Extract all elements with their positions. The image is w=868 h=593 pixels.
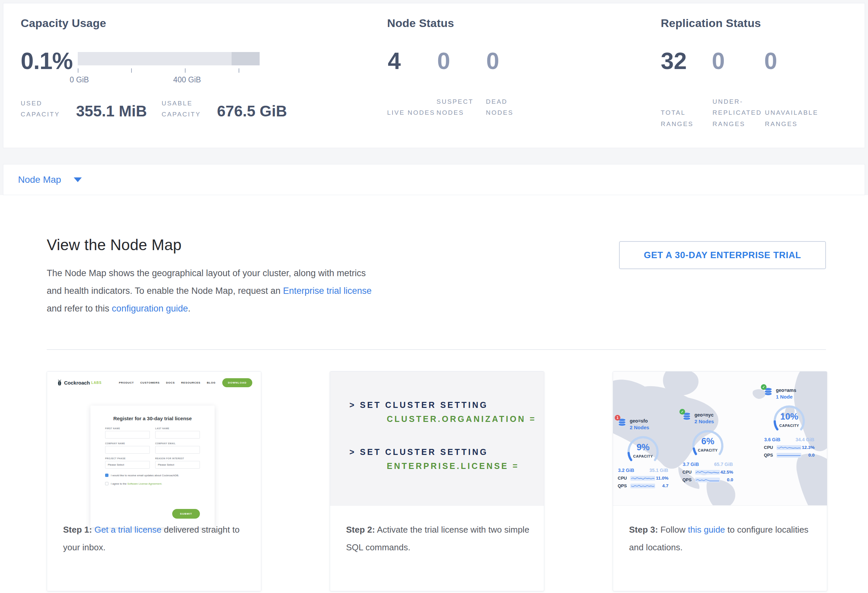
last-name-label: LAST NAME [155,427,200,430]
ok-badge: ✓ [761,384,766,390]
capacity-percent: 0.1% [21,50,78,72]
qps-sparkline [630,484,655,488]
sql-prompt: > [349,447,356,456]
cluster-used-capacity: 3.6 GiB [764,437,780,442]
live-nodes-value: 4 [388,50,401,72]
capacity-usage-title: Capacity Usage [21,17,106,30]
step2-label: Step 2: [346,525,375,535]
page-title: View the Node Map [47,236,182,254]
sql-statement: SET CLUSTER SETTING [360,447,488,456]
node-status-title: Node Status [387,17,454,30]
site-logo-suffix: LABS [92,381,102,384]
axis-tick [239,68,239,73]
company-email-field [155,446,200,453]
cluster-node-count: 2 Nodes [694,419,714,424]
axis-tick-label: 0 GiB [70,75,89,84]
gauge-capacity-label: CAPACITY [689,448,726,452]
caption-text [92,525,94,535]
gauge-percent: 9% [624,442,662,453]
registration-screenshot: Cockroach LABS PRODUCT CUSTOMERS DOCS RE… [47,372,261,591]
step3-caption: Step 3: Follow this guide to configure l… [629,521,818,556]
capacity-gauge: 9% CAPACITY [624,434,662,467]
qps-label: QPS [764,453,776,458]
map-cluster-ams: ✓ geo=ams 1 Node 10% CAPACITY [764,387,815,458]
used-capacity-value: 355.1 MiB [76,103,147,119]
cpu-label: CPU [764,445,776,450]
cpu-value: 11.0% [656,475,669,481]
form-submit-button: SUBMIT [172,509,200,519]
sql-line: > SET CLUSTER SETTING [349,447,544,457]
email-updates-label: I would like to receive email updates ab… [111,474,179,477]
node-map-dropdown[interactable]: Node Map [3,164,865,195]
sql-statement: SET CLUSTER SETTING [360,400,488,409]
used-capacity-label: USED CAPACITY [21,98,71,120]
capacity-gauge: 10% CAPACITY [771,403,808,436]
db-stack-icon: 1 [618,418,626,428]
get-trial-license-link[interactable]: Get a trial license [94,525,161,535]
step2-caption: Step 2: Activate the trial license with … [346,521,534,556]
sql-line: > SET CLUSTER SETTING [349,400,544,410]
site-logo-name: Cockroach [64,380,90,386]
reason-label: REASON FOR INTEREST [155,457,200,460]
live-nodes-label: LIVE NODES [387,107,437,118]
intro-paragraph: The Node Map shows the geographical layo… [47,265,372,318]
dead-nodes-label: DEAD NODES [486,96,535,118]
capacity-bar-track [78,52,260,65]
capacity-bar-segment [232,52,260,65]
steps-row: Cockroach LABS PRODUCT CUSTOMERS DOCS RE… [47,371,827,592]
last-name-field [155,431,200,438]
gauge-capacity-label: CAPACITY [624,454,662,458]
node-map-dropdown-label[interactable]: Node Map [18,174,61,185]
cluster-name: geo=nyc [694,412,714,418]
email-updates-checkbox [105,474,108,477]
node-status-section: Node Status 4 0 0 LIVE NODES SUSPECT NOD… [387,3,661,148]
qps-value: 0.0 [727,477,733,482]
license-agreement-text: I agree to the [111,482,127,485]
company-name-label: COMPANY NAME [105,442,150,444]
node-map-enterprise-section: View the Node Map The Node Map shows the… [0,195,868,593]
license-agreement-checkbox [105,482,108,485]
qps-label: QPS [618,483,630,488]
cluster-summary-panel: Capacity Usage 0.1% 0 GiB 400 GiB USED C… [3,3,865,148]
cluster-name: geo=ams [776,387,796,393]
cockroach-logo-icon [57,380,62,386]
form-title: Register for a 30-day trial license [105,416,200,421]
enterprise-trial-button[interactable]: GET A 30-DAY ENTERPRISE TRIAL [619,241,826,269]
project-phase-select: Please Select [105,461,150,469]
sql-prompt: > [349,400,356,409]
gauge-capacity-label: CAPACITY [771,424,808,428]
this-guide-link[interactable]: this guide [688,525,725,535]
project-phase-label: PROJECT PHASE [105,457,150,460]
unavailable-ranges-label: UNAVAILABLE RANGES [765,107,832,129]
step3-label: Step 3: [629,525,658,535]
cluster-total-capacity: 34.4 GiB [796,437,814,442]
cpu-value: 42.5% [720,469,733,475]
usable-capacity-value: 676.5 GiB [217,103,287,119]
cpu-sparkline [695,470,720,475]
trial-register-form: Register for a 30-day trial license FIRS… [90,406,215,527]
axis-tick-label: 400 GiB [173,75,201,84]
first-name-field [105,431,150,438]
intro-text: . [188,303,190,313]
cpu-label: CPU [618,475,630,481]
sql-setting-organization: CLUSTER.ORGANIZATION = [387,414,544,424]
enterprise-trial-license-link[interactable]: Enterprise trial license [283,286,372,296]
sql-code-snippet: > SET CLUSTER SETTING CLUSTER.ORGANIZATI… [330,372,544,506]
total-ranges-label: TOTAL RANGES [661,107,713,129]
configuration-guide-link[interactable]: configuration guide [112,303,188,313]
step1-caption: Step 1: Get a trial license delivered st… [63,521,252,556]
company-email-label: COMPANY EMAIL [155,442,200,444]
capacity-gauge: 6% CAPACITY [689,428,726,461]
company-name-field [105,446,150,453]
db-stack-icon: ✓ [682,412,691,422]
step1-card: Cockroach LABS PRODUCT CUSTOMERS DOCS RE… [47,371,261,592]
node-map-preview: 1 geo=sfo 2 Nodes 9% CAPACITY [613,372,827,506]
replication-status-title: Replication Status [661,17,761,30]
cpu-label: CPU [682,469,695,475]
replication-status-section: Replication Status 32 0 0 TOTAL RANGES U… [661,3,864,148]
intro-text: and refer to this [47,303,112,313]
chevron-down-icon [74,177,82,182]
cluster-node-count: 2 Nodes [630,425,649,430]
error-badge: 1 [615,415,620,421]
site-nav-item: PRODUCT [119,381,134,384]
